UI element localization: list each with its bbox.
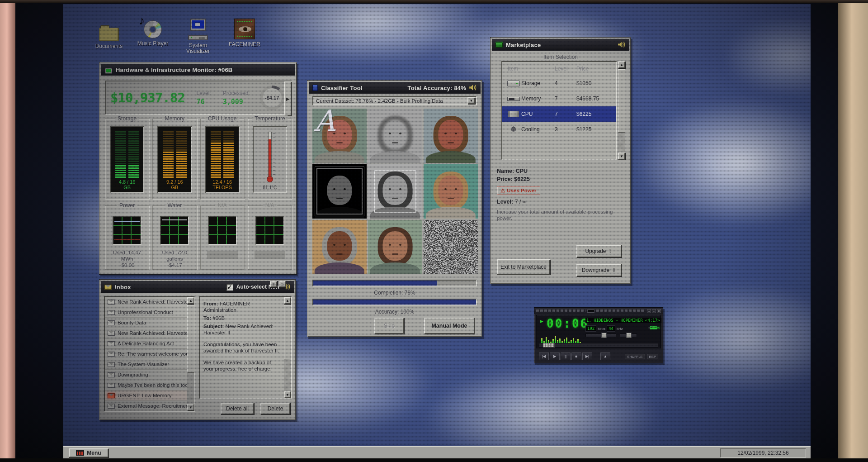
close-button[interactable]: × (657, 309, 661, 313)
mail-icon (108, 372, 115, 377)
eject-button[interactable]: ▲ (600, 352, 610, 360)
inbox-message-row[interactable]: URGENT: Low Memory (105, 391, 187, 401)
window-title: Hardware & Infrastructure Monitor: #06B (116, 67, 232, 73)
cloud (642, 285, 811, 393)
face-cell[interactable] (424, 109, 478, 163)
message-subject: Re: The warmest welcome you'r... (118, 351, 187, 357)
exit-marketplace-button[interactable]: Exit to Marketplace (497, 259, 550, 275)
mail-icon (108, 310, 115, 315)
marketplace-item-row[interactable]: CPU 7 $6225 (502, 106, 616, 122)
inbox-message-row[interactable]: Bounty Data (105, 318, 187, 328)
manual-mode-button[interactable]: Manual Mode (424, 318, 475, 334)
face-cell[interactable] (368, 164, 422, 219)
popout-button[interactable]: □ (278, 281, 286, 287)
classifier-titlebar[interactable]: Classifier Tool Total Accuracy: 84% (309, 82, 481, 94)
item-name: CPU (521, 111, 555, 117)
face-cell[interactable] (424, 164, 478, 219)
inbox-message-row[interactable]: The System Visualizer (105, 359, 187, 370)
skip-button[interactable]: Skip (374, 318, 404, 334)
crt-screen: Documents ♪ Music Player System Visualiz… (15, 3, 838, 458)
inbox-message-row[interactable]: New Rank Achieved: Harvester I (105, 328, 187, 338)
email-content: From: FACEMINER Administration To: #06B … (203, 300, 282, 372)
face-art (333, 188, 335, 190)
email-scrollbar[interactable]: ▲ ▼ (284, 297, 291, 398)
scroll-thumb[interactable] (284, 305, 291, 359)
face-cell[interactable]: A (312, 109, 367, 163)
dropdown-arrow-button[interactable]: ▼ (467, 97, 475, 104)
delete-button[interactable]: Delete (260, 403, 290, 414)
inbox-message-row[interactable]: Re: The warmest welcome you'r... (105, 349, 187, 359)
marketplace-scrollbar[interactable]: ▲ ▼ (618, 61, 625, 160)
marketplace-item-row[interactable]: ❅ Cooling 3 $1225 (502, 122, 616, 137)
na-placeholder (207, 251, 238, 259)
desktop-icon-faceminer[interactable]: FACEMINER (225, 16, 264, 48)
scroll-down-button[interactable]: ▼ (284, 391, 291, 398)
transport-button[interactable]: ■ (571, 352, 581, 360)
scroll-thumb[interactable] (618, 69, 625, 133)
stream-info: 192 kbps 44 kHz (585, 325, 623, 332)
dataset-dropdown[interactable]: Current Dataset: 76.76% - 2.42GB - Bulk … (312, 96, 477, 105)
desktop-icon-system-visualizer[interactable]: System Visualizer (179, 17, 217, 54)
face-cell[interactable] (312, 164, 367, 219)
inbox-message-row[interactable]: A Delicate Balancing Act (105, 338, 187, 349)
desktop-icon-documents[interactable]: Documents (90, 18, 128, 49)
pause-button[interactable]: II (270, 281, 277, 287)
inbox-scrollbar[interactable]: ▲ ▼ (187, 297, 194, 411)
repeat-toggle[interactable]: REP (647, 354, 658, 359)
seek-bar[interactable] (539, 343, 658, 348)
marketplace-window: Marketplace Item Selection Item Level Pr… (490, 37, 631, 284)
marketplace-item-row[interactable]: Memory 7 $4668.75 (502, 91, 616, 106)
scroll-down-button[interactable]: ▼ (187, 404, 194, 411)
upgrade-button[interactable]: Upgrade⇧ (576, 245, 622, 257)
freq-value: 44 (607, 325, 615, 332)
face-cell[interactable] (312, 220, 367, 274)
marketplace-titlebar[interactable]: Marketplace (492, 39, 629, 51)
scroll-up-button[interactable]: ▲ (284, 297, 291, 304)
channel-indicators: mono stereo (648, 325, 657, 329)
face-cell[interactable] (424, 220, 478, 274)
volume-thumb[interactable] (601, 333, 607, 338)
volume-slider[interactable] (585, 333, 616, 337)
shuffle-toggle[interactable]: SHUFFLE (625, 354, 645, 359)
speaker-icon[interactable] (469, 85, 477, 91)
shade-button[interactable]: ▪ (652, 309, 656, 313)
face-cell[interactable] (368, 220, 422, 274)
taskbar: Menu 12/02/1999, 22:32:56 (63, 446, 811, 458)
menu-button[interactable]: Menu (69, 448, 108, 457)
balance-slider[interactable] (620, 333, 637, 337)
freq-unit: kHz (617, 327, 623, 331)
classifier-window: Classifier Tool Total Accuracy: 84% Curr… (307, 80, 482, 337)
scroll-up-button[interactable]: ▲ (618, 61, 625, 68)
desktop-icon-music-player[interactable]: ♪ Music Player (133, 15, 172, 47)
face-cell[interactable] (368, 109, 422, 163)
transport-button[interactable]: |◀ (539, 352, 549, 360)
inbox-titlebar[interactable]: Inbox ✓ Auto-select New (101, 281, 294, 293)
item-level: 7 (555, 111, 576, 117)
inbox-message-row[interactable]: New Rank Achieved: Harveste... (105, 297, 187, 307)
inbox-message-row[interactable]: Downgrading (105, 370, 187, 380)
inbox-message-row[interactable]: External Message: Recruitment (105, 401, 187, 411)
transport-button[interactable]: ▶| (582, 352, 592, 360)
expand-button[interactable]: ▶ (284, 81, 292, 116)
minimize-button[interactable]: – (647, 309, 651, 313)
to-label: To: (203, 315, 211, 321)
balance-thumb[interactable] (626, 333, 632, 338)
downgrade-button[interactable]: Downgrade⇩ (576, 264, 622, 276)
hardware-titlebar[interactable]: Hardware & Infrastructure Monitor: #06B (101, 64, 295, 76)
scroll-up-button[interactable]: ▲ (187, 297, 194, 304)
to-value: #06B (212, 315, 225, 321)
marketplace-item-row[interactable]: Storage 4 $1050 (502, 76, 616, 91)
scroll-thumb[interactable] (187, 305, 194, 373)
autoselect-checkbox[interactable]: ✓ (226, 284, 233, 291)
crt-monitor: Documents ♪ Music Player System Visualiz… (0, 0, 868, 462)
delete-all-button[interactable]: Delete all (221, 403, 254, 414)
inbox-message-row[interactable]: Unprofessional Conduct (105, 307, 187, 318)
inbox-message-row[interactable]: Maybe I've been doing this too l... (105, 380, 187, 391)
transport-button[interactable]: || (561, 352, 571, 360)
player-titlebar[interactable]: – ▪ × (534, 308, 663, 314)
graph-label: N/A (215, 202, 230, 209)
transport-button[interactable]: ▶ (550, 352, 560, 360)
seek-thumb[interactable] (543, 343, 555, 348)
scroll-down-button[interactable]: ▼ (618, 152, 625, 160)
speaker-icon[interactable] (618, 42, 626, 48)
